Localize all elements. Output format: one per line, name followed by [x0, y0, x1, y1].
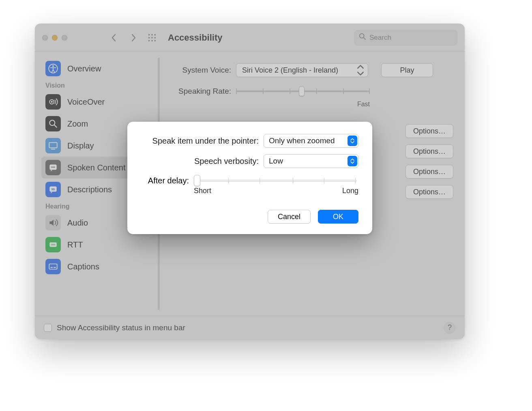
delay-slider[interactable]	[194, 174, 358, 187]
sidebar-item-label: Descriptions	[67, 185, 112, 194]
sidebar-item-voiceover[interactable]: VoiceOver	[41, 91, 157, 113]
speaking-rate-slider[interactable]	[236, 84, 370, 98]
sidebar-item-rtt[interactable]: RTT	[41, 234, 157, 256]
svg-rect-17	[49, 142, 57, 148]
speaking-rate-fast-label: Fast	[357, 101, 370, 108]
delay-long-label: Long	[342, 187, 358, 195]
system-voice-popup[interactable]: Siri Voice 2 (English - Ireland)	[236, 63, 368, 77]
spoken-content-icon	[45, 160, 61, 175]
descriptions-icon: 99	[45, 182, 61, 197]
options-button-3[interactable]: Options…	[405, 165, 453, 179]
sidebar-item-label: Overview	[67, 64, 101, 73]
svg-point-8	[154, 40, 156, 41]
svg-point-15	[49, 120, 55, 125]
verbosity-value: Low	[269, 157, 283, 166]
delay-label: After delay:	[141, 174, 189, 185]
stepper-icon	[348, 156, 357, 166]
svg-rect-30	[54, 267, 56, 268]
search-input[interactable]	[369, 34, 453, 42]
display-icon	[45, 138, 61, 153]
speak-pointer-value: Only when zoomed	[269, 136, 335, 145]
options-button-4[interactable]: Options…	[405, 185, 453, 199]
titlebar: Accessibility	[35, 24, 465, 52]
search-field[interactable]	[354, 30, 457, 45]
window-zoom-button[interactable]	[62, 35, 67, 41]
voiceover-icon	[45, 94, 61, 110]
speak-pointer-select[interactable]: Only when zoomed	[264, 134, 358, 148]
sidebar-item-label: Spoken Content	[67, 163, 125, 172]
show-status-checkbox[interactable]	[44, 324, 52, 332]
sidebar-header-vision: Vision	[41, 80, 157, 91]
window-minimize-button[interactable]	[52, 35, 58, 41]
chevron-updown-icon	[356, 65, 365, 75]
svg-rect-25	[49, 243, 56, 247]
traffic-lights	[42, 35, 67, 41]
svg-line-10	[364, 38, 366, 40]
svg-rect-28	[49, 264, 57, 269]
speak-pointer-label: Speak item under the pointer:	[141, 136, 259, 146]
nav-forward-button[interactable]	[127, 31, 140, 45]
system-voice-label: System Voice:	[171, 66, 231, 75]
help-button[interactable]: ?	[444, 322, 456, 334]
svg-point-9	[360, 34, 364, 38]
svg-point-14	[51, 101, 53, 103]
svg-point-7	[151, 40, 153, 41]
sidebar-item-label: RTT	[67, 240, 83, 250]
cancel-button[interactable]: Cancel	[268, 210, 311, 224]
page-title: Accessibility	[168, 32, 223, 43]
play-button[interactable]: Play	[381, 63, 433, 77]
svg-point-12	[52, 65, 54, 67]
sidebar-item-label: Audio	[67, 218, 88, 228]
ok-button[interactable]: OK	[318, 210, 358, 224]
show-all-icon[interactable]	[148, 33, 157, 42]
sidebar-item-label: Captions	[67, 262, 99, 271]
accessibility-icon	[45, 61, 61, 76]
search-icon	[359, 33, 366, 42]
svg-point-2	[154, 34, 156, 35]
zoom-icon	[45, 116, 61, 131]
svg-text:99: 99	[51, 187, 55, 191]
speaking-rate-label: Speaking Rate:	[171, 84, 231, 96]
show-status-label: Show Accessibility status in menu bar	[57, 323, 185, 332]
svg-point-3	[148, 37, 150, 39]
svg-point-0	[148, 34, 150, 35]
svg-point-1	[151, 34, 153, 35]
verbosity-label: Speech verbosity:	[141, 157, 259, 166]
window-close-button[interactable]	[42, 35, 48, 41]
options-button-2[interactable]: Options…	[405, 144, 453, 158]
delay-short-label: Short	[194, 187, 211, 195]
sidebar-item-captions[interactable]: Captions	[41, 256, 157, 278]
sidebar-item-label: VoiceOver	[67, 97, 105, 107]
stepper-icon	[348, 136, 357, 146]
svg-point-22	[54, 167, 55, 168]
svg-rect-29	[51, 267, 53, 268]
speak-options-sheet: Speak item under the pointer: Only when …	[127, 122, 372, 234]
nav-back-button[interactable]	[107, 31, 121, 45]
rtt-icon	[45, 237, 61, 252]
audio-icon	[45, 215, 61, 230]
svg-point-6	[148, 40, 150, 41]
sidebar-item-label: Display	[67, 141, 94, 151]
sidebar-item-label: Zoom	[67, 119, 88, 129]
footer: Show Accessibility status in menu bar ?	[35, 316, 465, 339]
system-voice-value: Siri Voice 2 (English - Ireland)	[242, 66, 338, 75]
svg-line-16	[54, 125, 56, 127]
options-button-1[interactable]: Options…	[405, 124, 453, 138]
svg-point-20	[51, 167, 52, 168]
svg-point-5	[154, 37, 156, 39]
captions-icon	[45, 259, 61, 274]
svg-point-21	[53, 167, 54, 168]
svg-point-4	[151, 37, 153, 39]
sidebar-item-overview[interactable]: Overview	[41, 58, 157, 80]
verbosity-select[interactable]: Low	[264, 154, 358, 168]
